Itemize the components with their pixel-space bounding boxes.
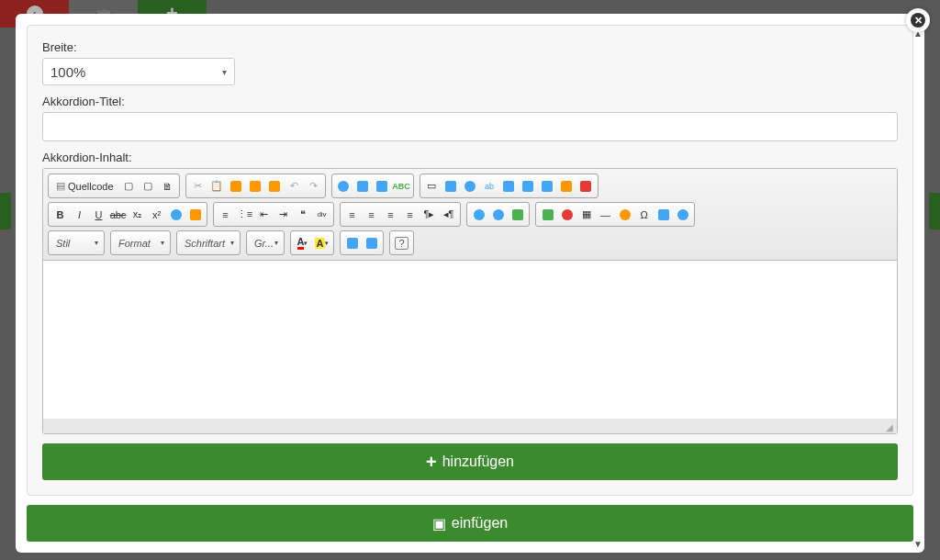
cut-icon[interactable]: ✂ — [188, 176, 207, 196]
textcolor-icon[interactable]: A▾ — [293, 233, 312, 252]
superscript-icon[interactable]: x² — [147, 205, 166, 224]
indent-icon[interactable]: ⇥ — [274, 205, 293, 224]
close-icon: ✕ — [911, 13, 925, 28]
spellcheck-icon[interactable]: ABC — [392, 176, 411, 196]
title-input[interactable] — [42, 112, 898, 141]
font-combo[interactable]: Schriftart▾ — [179, 233, 238, 252]
select-icon[interactable] — [519, 176, 538, 196]
button-icon[interactable] — [538, 176, 557, 196]
content-label: Akkordion-Inhalt: — [42, 151, 898, 164]
radio-icon[interactable] — [461, 176, 480, 196]
blockquote-icon[interactable]: ❝ — [293, 205, 312, 224]
specialchar-icon[interactable]: Ω — [634, 205, 654, 224]
insert-button-label: einfügen — [452, 515, 508, 532]
rich-text-editor: ▤Quellcode ▢ ▢ 🗎 ✂ 📋 ↶ ↷ — [42, 168, 898, 434]
removeformat-icon[interactable] — [166, 205, 185, 224]
plus-icon: + — [426, 452, 437, 473]
align-justify-icon[interactable]: ≡ — [400, 205, 420, 224]
div-icon[interactable]: div — [312, 205, 331, 224]
form-panel: Breite: 100% ▾ Akkordion-Titel: Akkordio… — [27, 25, 913, 496]
subscript-icon[interactable]: x₂ — [128, 205, 147, 224]
find-icon[interactable] — [334, 176, 353, 196]
preview-icon[interactable]: 🗎 — [158, 176, 177, 196]
image-icon[interactable] — [538, 205, 557, 224]
showblocks-icon[interactable] — [362, 233, 381, 252]
resize-handle-icon[interactable]: ◢ — [886, 422, 895, 431]
width-select-value: 100% — [50, 64, 85, 80]
add-button[interactable]: + hinzufügen — [42, 443, 898, 480]
underline-icon[interactable]: U — [89, 205, 108, 224]
insert-icon: ▣ — [432, 515, 446, 532]
link-icon[interactable] — [469, 205, 488, 224]
insert-button[interactable]: ▣ einfügen — [27, 505, 913, 542]
width-select[interactable]: 100% ▾ — [42, 58, 235, 85]
editor-footer: ◢ — [43, 419, 897, 433]
hr-icon[interactable]: — — [596, 205, 615, 224]
copy-icon[interactable]: 📋 — [207, 176, 227, 196]
align-right-icon[interactable]: ≡ — [381, 205, 400, 224]
format-combo[interactable]: Format▾ — [113, 233, 168, 252]
maximize-icon[interactable] — [342, 233, 362, 252]
newpage-icon[interactable]: ▢ — [139, 176, 158, 196]
smiley-icon[interactable] — [615, 205, 634, 224]
scroll-arrow-down[interactable]: ▼ — [913, 539, 923, 549]
editor-content-area[interactable] — [47, 261, 893, 419]
table-icon[interactable]: ▦ — [576, 205, 596, 224]
ltr-icon[interactable]: ¶▸ — [420, 205, 439, 224]
save-icon[interactable]: ▢ — [119, 176, 139, 196]
source-button[interactable]: ▤Quellcode — [50, 176, 119, 196]
redo-icon[interactable]: ↷ — [304, 176, 323, 196]
replace-icon[interactable] — [353, 176, 373, 196]
flash-icon[interactable] — [557, 205, 576, 224]
editor-toolbar: ▤Quellcode ▢ ▢ 🗎 ✂ 📋 ↶ ↷ — [43, 169, 897, 261]
chevron-down-icon: ▾ — [222, 67, 227, 77]
rtl-icon[interactable]: ◂¶ — [439, 205, 458, 224]
outdent-icon[interactable]: ⇤ — [254, 205, 274, 224]
add-button-label: hinzufügen — [442, 454, 514, 470]
unlink-icon[interactable] — [488, 205, 508, 224]
paste-text-icon[interactable] — [246, 176, 265, 196]
bold-icon[interactable]: B — [50, 205, 70, 224]
align-left-icon[interactable]: ≡ — [342, 205, 362, 224]
title-label: Akkordion-Titel: — [42, 95, 898, 108]
textarea-icon[interactable] — [499, 176, 519, 196]
style-combo[interactable]: Stil▾ — [50, 233, 102, 252]
form-icon[interactable]: ▭ — [422, 176, 442, 196]
hidden-icon[interactable] — [576, 176, 596, 196]
paste-word-icon[interactable] — [265, 176, 285, 196]
help-icon[interactable]: ? — [392, 233, 411, 252]
size-combo[interactable]: Gr...▾ — [249, 233, 282, 252]
strike-icon[interactable]: abc — [108, 205, 128, 224]
align-center-icon[interactable]: ≡ — [362, 205, 381, 224]
close-button[interactable]: ✕ — [906, 8, 930, 32]
imagebutton-icon[interactable] — [557, 176, 576, 196]
textfield-icon[interactable]: ab — [480, 176, 499, 196]
undo-icon[interactable]: ↶ — [285, 176, 304, 196]
iframe-icon[interactable] — [673, 205, 692, 224]
selectall-icon[interactable] — [373, 176, 392, 196]
pagebreak-icon[interactable] — [654, 205, 673, 224]
modal-dialog: ✕ ▲ ▼ Breite: 100% ▾ Akkordion-Titel: Ak… — [16, 14, 924, 553]
checkbox-icon[interactable] — [442, 176, 461, 196]
bgcolor-icon[interactable]: A▾ — [312, 233, 331, 252]
bulletlist-icon[interactable]: ⋮≡ — [235, 205, 254, 224]
width-label: Breite: — [42, 40, 898, 54]
numberlist-icon[interactable]: ≡ — [216, 205, 235, 224]
anchor-icon[interactable] — [508, 205, 527, 224]
paste-icon[interactable] — [227, 176, 246, 196]
eraser-icon[interactable] — [185, 205, 205, 224]
italic-icon[interactable]: I — [70, 205, 89, 224]
